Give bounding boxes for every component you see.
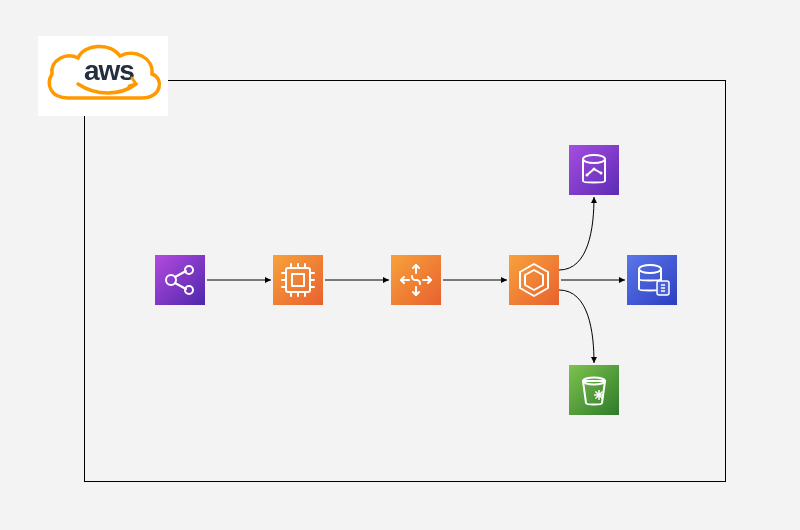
iot-core-icon [155, 255, 205, 305]
rds-icon [627, 255, 677, 305]
aws-logo-text: aws [84, 55, 134, 86]
svg-rect-0 [155, 255, 205, 305]
lambda-icon [509, 255, 559, 305]
svg-rect-26 [509, 255, 559, 305]
aws-cloud-badge: aws [38, 36, 168, 116]
api-gateway-icon [391, 255, 441, 305]
svg-rect-40 [569, 365, 619, 415]
svg-rect-6 [273, 255, 323, 305]
diagram-canvas: aws [0, 0, 800, 530]
ec2-icon [273, 255, 323, 305]
s3-icon [569, 365, 619, 415]
quicksight-icon [569, 145, 619, 195]
